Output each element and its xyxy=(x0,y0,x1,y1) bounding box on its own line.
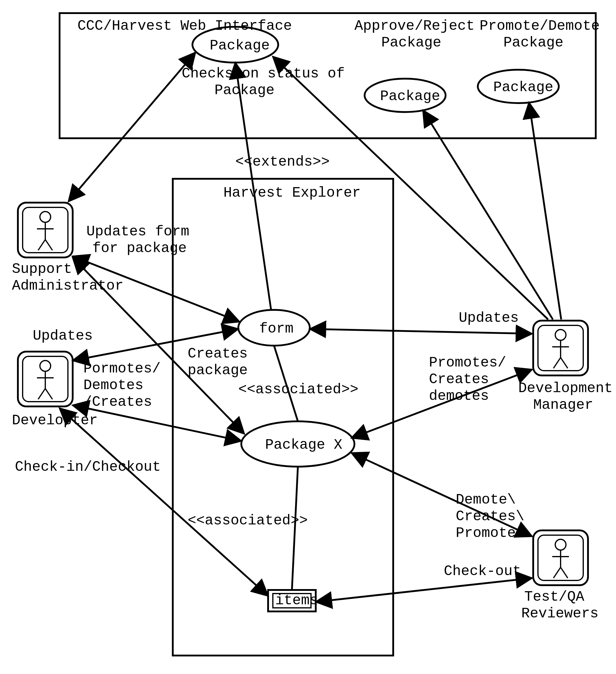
usecase-approve-reject-label: Package xyxy=(380,88,440,104)
usecase-package-status-sub1: Checks on status of xyxy=(182,66,345,82)
promote-demote-head2: Package xyxy=(503,34,564,51)
actor-dev-manager xyxy=(533,321,588,375)
svg-line-4 xyxy=(38,240,45,250)
approve-reject-head1: Approve/Reject xyxy=(355,18,475,34)
usecase-package-status-sub2: Package xyxy=(215,82,275,98)
edge-creates-pkg-l1: Creates xyxy=(188,346,248,362)
edge-mgr-form-label: Updates xyxy=(459,310,519,326)
actor-support-admin xyxy=(18,203,73,257)
actor-tester-l2: Reviewers xyxy=(521,605,598,622)
edge-assoc-label2: <<associated>> xyxy=(188,513,308,529)
actor-support-admin-l1: Support xyxy=(12,261,72,277)
svg-line-5 xyxy=(45,240,52,250)
class-items-label: items xyxy=(275,592,318,608)
promote-demote-head1: Promote/Demote xyxy=(480,18,600,34)
edge-mgr-pkgx-l2: Creates xyxy=(429,371,489,387)
harvest-explorer-title: Harvest Explorer xyxy=(223,185,361,201)
harvest-explorer-box xyxy=(173,179,393,656)
svg-line-23 xyxy=(561,567,568,578)
edge-mgr-approve xyxy=(423,110,553,319)
edge-support-form-l2: for package xyxy=(92,240,187,256)
edge-support-form-l1: Updates form xyxy=(86,223,190,240)
actor-tester xyxy=(533,530,588,585)
edge-mgr-form xyxy=(310,329,532,334)
actor-developer-label: Developter xyxy=(12,412,98,429)
edge-assoc-label1: <<associated>> xyxy=(238,381,358,398)
usecase-package-x-label: Package X xyxy=(265,437,342,453)
edge-dev-pkgx xyxy=(73,405,241,441)
person-icon xyxy=(555,539,566,550)
actor-dev-manager-l2: Manager xyxy=(533,397,593,413)
usecase-promote-demote-label: Package xyxy=(493,79,553,95)
diagram-canvas: CCC/Harvest Web Interface Package Checks… xyxy=(0,0,616,674)
edge-dev-pkgx-l1: Pormotes/ xyxy=(84,360,160,377)
edge-dev-form-label: Updates xyxy=(33,328,93,344)
svg-line-22 xyxy=(553,567,561,578)
svg-line-16 xyxy=(553,357,561,368)
edge-tester-items-label: Check-out xyxy=(444,563,521,579)
actor-dev-manager-l1: Development xyxy=(518,380,613,396)
edge-dev-items xyxy=(59,408,268,596)
edge-dev-items-label: Check-in/Checkout xyxy=(15,459,161,475)
edge-mgr-pkgx-l3: demotes xyxy=(429,388,489,404)
svg-line-17 xyxy=(561,357,568,368)
edge-dev-pkgx-l3: /Creates xyxy=(84,394,152,410)
edge-tester-pkgx-l2: Creates\ xyxy=(456,508,524,525)
actor-developer xyxy=(18,352,73,407)
usecase-package-status-label: Package xyxy=(210,37,270,53)
person-icon xyxy=(40,360,51,371)
edge-dev-pkgx-l2: Demotes xyxy=(84,377,144,393)
edge-tester-pkgx-l3: Promotes xyxy=(456,525,524,541)
usecase-form-label: form xyxy=(259,321,293,337)
edge-tester-items xyxy=(316,578,532,602)
svg-line-10 xyxy=(38,388,45,399)
edge-mgr-promote xyxy=(529,103,561,319)
actor-tester-l1: Test/QA xyxy=(524,589,585,605)
svg-line-11 xyxy=(45,388,52,399)
edge-tester-pkgx-l1: Demote\ xyxy=(456,492,516,508)
person-icon xyxy=(40,212,51,222)
edge-mgr-pkgx-l1: Promotes/ xyxy=(429,355,506,371)
approve-reject-head2: Package xyxy=(381,34,442,51)
edge-creates-pkg-l2: package xyxy=(188,362,248,378)
web-interface-title: CCC/Harvest Web Interface xyxy=(78,18,292,34)
person-icon xyxy=(555,330,566,340)
